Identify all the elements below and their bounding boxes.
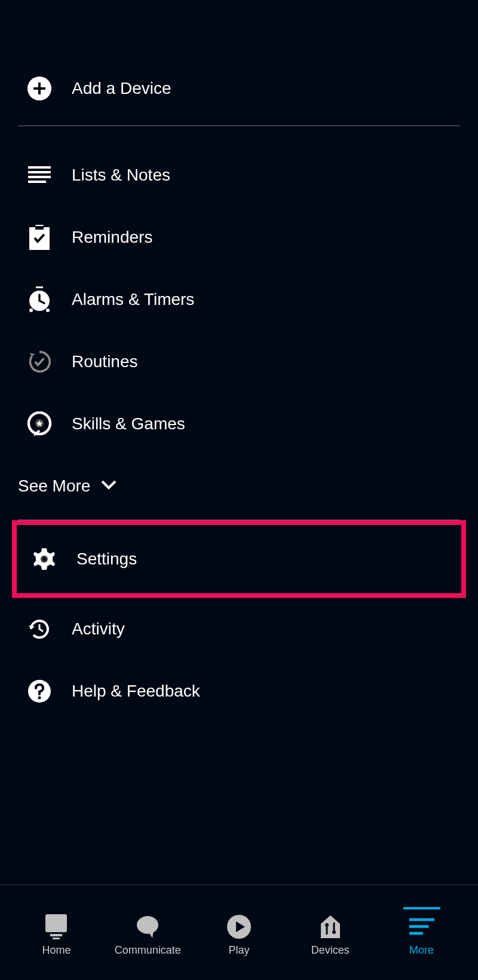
svg-rect-26 xyxy=(326,926,327,935)
alarms-timers-item[interactable]: Alarms & Timers xyxy=(0,268,478,331)
nav-communicate-label: Communicate xyxy=(115,944,181,957)
reminders-label: Reminders xyxy=(72,228,152,247)
help-icon xyxy=(27,679,51,703)
svg-point-17 xyxy=(42,557,46,561)
routines-icon xyxy=(27,350,51,374)
reminders-item[interactable]: Reminders xyxy=(0,206,478,268)
gear-icon xyxy=(32,547,56,571)
svg-rect-5 xyxy=(28,176,51,178)
chevron-down-icon xyxy=(101,480,117,492)
nav-home[interactable]: Home xyxy=(11,908,102,957)
alarms-timers-label: Alarms & Timers xyxy=(72,290,194,309)
settings-item[interactable]: Settings xyxy=(12,520,466,598)
svg-rect-3 xyxy=(28,166,51,169)
svg-rect-28 xyxy=(333,923,335,931)
add-device-item[interactable]: Add a Device xyxy=(0,66,478,111)
lists-notes-label: Lists & Notes xyxy=(72,166,170,185)
play-icon xyxy=(226,914,252,939)
clipboard-check-icon xyxy=(27,225,51,249)
history-icon xyxy=(27,617,51,641)
svg-point-13 xyxy=(46,309,50,312)
svg-rect-20 xyxy=(45,914,67,932)
svg-rect-4 xyxy=(28,171,51,173)
svg-rect-6 xyxy=(28,181,46,183)
bottom-nav: Home Communicate Play xyxy=(0,884,478,980)
svg-point-12 xyxy=(29,309,33,312)
nav-play[interactable]: Play xyxy=(194,908,285,957)
svg-rect-2 xyxy=(33,87,45,90)
nav-home-label: Home xyxy=(42,944,71,957)
activity-label: Activity xyxy=(72,619,125,639)
nav-communicate[interactable]: Communicate xyxy=(102,908,194,957)
more-menu-icon xyxy=(409,914,434,939)
more-menu-content: Add a Device Lists & Notes Reminders xyxy=(0,0,478,722)
svg-point-23 xyxy=(137,916,158,934)
activity-item[interactable]: Activity xyxy=(0,598,478,660)
svg-rect-31 xyxy=(409,932,423,935)
svg-rect-30 xyxy=(409,925,428,928)
routines-item[interactable]: Routines xyxy=(0,331,478,393)
devices-icon xyxy=(318,914,343,939)
svg-rect-9 xyxy=(35,226,44,230)
svg-rect-21 xyxy=(50,934,62,936)
routines-label: Routines xyxy=(72,352,138,371)
chat-icon xyxy=(135,914,160,939)
add-device-label: Add a Device xyxy=(72,79,171,98)
lists-notes-item[interactable]: Lists & Notes xyxy=(0,144,478,206)
skills-games-item[interactable]: Skills & Games xyxy=(0,393,478,455)
help-feedback-label: Help & Feedback xyxy=(72,682,200,701)
nav-play-label: Play xyxy=(228,944,249,957)
nav-devices[interactable]: Devices xyxy=(284,908,376,957)
svg-rect-29 xyxy=(409,918,434,921)
nav-more[interactable]: More xyxy=(376,908,467,957)
skills-icon xyxy=(27,412,51,436)
skills-games-label: Skills & Games xyxy=(72,414,185,433)
active-indicator xyxy=(403,907,440,909)
help-feedback-item[interactable]: Help & Feedback xyxy=(0,660,478,722)
svg-rect-10 xyxy=(36,286,43,288)
see-more-toggle[interactable]: See More xyxy=(0,455,478,520)
svg-rect-22 xyxy=(53,938,60,939)
nav-devices-label: Devices xyxy=(311,944,350,957)
home-icon xyxy=(44,914,69,939)
alarm-clock-icon xyxy=(27,288,51,312)
settings-label: Settings xyxy=(76,549,137,569)
svg-point-19 xyxy=(38,697,41,700)
nav-more-label: More xyxy=(409,944,434,957)
list-icon xyxy=(27,163,51,187)
see-more-label: See More xyxy=(18,477,90,496)
plus-circle-icon xyxy=(27,77,51,100)
